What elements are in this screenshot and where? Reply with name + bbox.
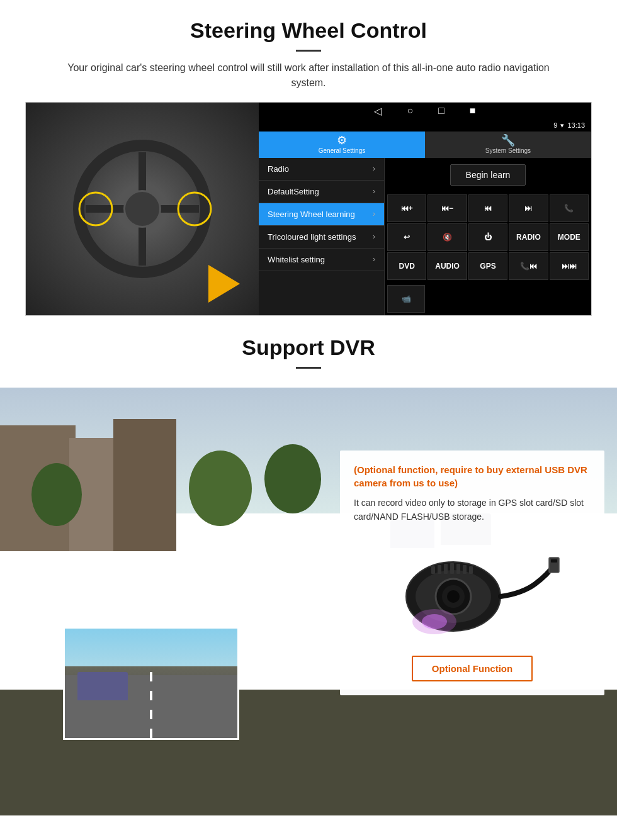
chevron-icon-active: ›: [373, 210, 375, 218]
svg-rect-8: [450, 563, 454, 574]
android-buttons-area: Begin learn ⏮+ ⏮− ⏮ ⏭ 📞 ↩ 🔇 ⏻ RADIO MODE: [385, 158, 591, 315]
btn-dvd[interactable]: DVD: [387, 252, 426, 280]
section-description: Your original car's steering wheel contr…: [50, 60, 567, 91]
svg-rect-10: [463, 565, 467, 574]
svg-point-15: [422, 614, 447, 629]
dvr-title-area: Support DVR: [0, 316, 617, 388]
dvr-inset-photo: [63, 627, 239, 740]
dvr-background: (Optional function, require to buy exter…: [0, 388, 617, 815]
extra-row: 📹: [385, 283, 591, 315]
steering-section: Steering Wheel Control Your original car…: [0, 0, 617, 316]
dvr-camera-svg: [384, 540, 560, 641]
chevron-icon: ›: [373, 255, 375, 264]
btn-hangup[interactable]: ↩: [387, 223, 426, 251]
svg-rect-9: [456, 564, 460, 574]
btn-radio[interactable]: RADIO: [509, 223, 548, 251]
steering-wheel-photo: [26, 103, 259, 315]
optional-function-button[interactable]: Optional Function: [412, 656, 533, 681]
building-3: [113, 419, 176, 551]
svg-rect-13: [551, 559, 557, 563]
steering-demo: ◁ ○ □ ■ 9 ▾ 13:13 ⚙ General Settings 🔧 S: [25, 102, 592, 316]
btn-power[interactable]: ⏻: [468, 223, 507, 251]
back-icon[interactable]: ◁: [374, 105, 382, 117]
gear-icon: ⚙: [337, 135, 347, 146]
dvr-info-card: (Optional function, require to buy exter…: [340, 451, 604, 696]
arrow-indicator: [208, 265, 240, 303]
chevron-icon: ›: [373, 232, 375, 241]
btn-mute[interactable]: 🔇: [427, 223, 467, 251]
btn-next-track[interactable]: ⏭: [509, 194, 548, 222]
inset-sky: [65, 629, 237, 666]
svg-rect-6: [438, 565, 441, 574]
tree-1: [31, 463, 82, 526]
wheel-center: [123, 190, 161, 228]
menu-item-radio[interactable]: Radio ›: [259, 158, 384, 181]
signal-icon: 9: [553, 121, 557, 130]
svg-point-4: [447, 590, 460, 603]
svg-rect-5: [431, 566, 435, 574]
dvr-camera-area: [354, 534, 591, 647]
steering-wheel: [73, 140, 212, 278]
android-panel: ◁ ○ □ ■ 9 ▾ 13:13 ⚙ General Settings 🔧 S: [259, 103, 591, 315]
highlight-circle-right: [177, 191, 212, 226]
begin-learn-button[interactable]: Begin learn: [450, 164, 526, 186]
control-buttons-row1: ⏮+ ⏮− ⏮ ⏭ 📞 ↩ 🔇 ⏻ RADIO MODE DVD AUDIO G…: [385, 192, 591, 283]
dvr-section: Support DVR: [0, 316, 617, 815]
wifi-icon: ▾: [560, 121, 564, 130]
home-icon[interactable]: ○: [407, 105, 413, 117]
android-content: Radio › DefaultSetting › Steering Wheel …: [259, 158, 591, 315]
tab-system-settings[interactable]: 🔧 System Settings: [425, 132, 591, 158]
btn-audio[interactable]: AUDIO: [427, 252, 467, 280]
btn-volume-up[interactable]: ⏮+: [387, 194, 426, 222]
btn-phone-prev[interactable]: 📞⏮: [509, 252, 548, 280]
dvr-desc-text: It can record video only to storage in G…: [354, 496, 591, 524]
title-divider: [296, 50, 321, 52]
inset-car: [77, 672, 128, 700]
chevron-icon: ›: [373, 187, 375, 196]
tree-2: [189, 451, 252, 526]
btn-gps[interactable]: GPS: [468, 252, 507, 280]
tab-general-settings[interactable]: ⚙ General Settings: [259, 132, 425, 158]
btn-phone[interactable]: 📞: [550, 194, 589, 222]
btn-prev-track[interactable]: ⏮: [468, 194, 507, 222]
recents-icon[interactable]: □: [438, 105, 444, 117]
dvr-title-divider: [296, 367, 321, 369]
android-menu: Radio › DefaultSetting › Steering Wheel …: [259, 158, 385, 315]
inset-road-line: [150, 672, 152, 737]
menu-item-default-setting[interactable]: DefaultSetting ›: [259, 181, 384, 203]
svg-rect-11: [469, 566, 473, 574]
btn-camera[interactable]: 📹: [387, 285, 425, 313]
dvr-title: Support DVR: [0, 335, 617, 361]
menu-item-steering-wheel-learning[interactable]: Steering Wheel learning ›: [259, 203, 384, 226]
menu-item-whitelist[interactable]: Whitelist setting ›: [259, 249, 384, 271]
chevron-icon: ›: [373, 164, 375, 173]
begin-learn-row: Begin learn: [385, 158, 591, 192]
network-icon: 🔧: [501, 135, 515, 146]
menu-item-tricoloured[interactable]: Tricoloured light settings ›: [259, 226, 384, 249]
btn-volume-down[interactable]: ⏮−: [427, 194, 467, 222]
page-title: Steering Wheel Control: [25, 18, 592, 43]
btn-mode[interactable]: MODE: [550, 223, 589, 251]
menu-icon[interactable]: ■: [470, 105, 476, 117]
tree-3: [264, 444, 321, 513]
android-tabs: ⚙ General Settings 🔧 System Settings: [259, 132, 591, 158]
android-navbar: ◁ ○ □ ■: [259, 103, 591, 120]
svg-rect-7: [444, 564, 448, 574]
status-bar: 9 ▾ 13:13: [259, 120, 591, 132]
btn-next-combo[interactable]: ⏭⏭: [550, 252, 589, 280]
dvr-optional-text: (Optional function, require to buy exter…: [354, 463, 591, 490]
clock: 13:13: [567, 121, 585, 130]
highlight-circle-left: [79, 191, 113, 226]
